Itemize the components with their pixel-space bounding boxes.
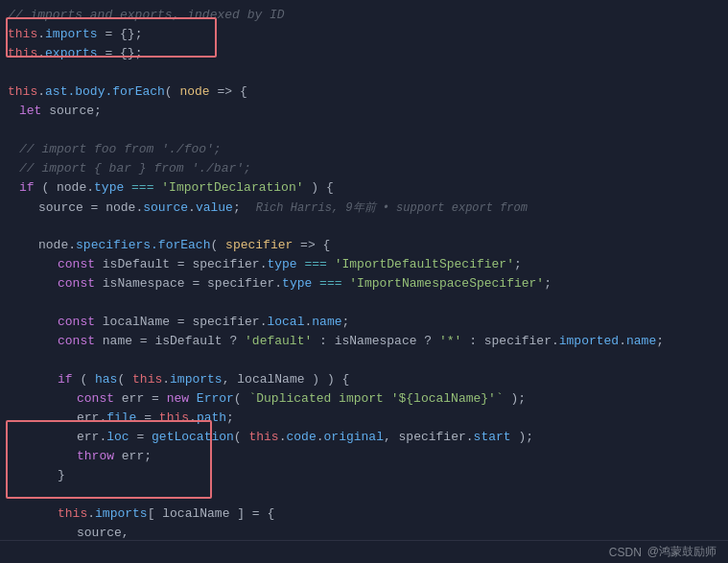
- code-line: [0, 353, 728, 372]
- code-line: [0, 487, 728, 506]
- code-line: [0, 295, 728, 315]
- author-label: @鸿蒙鼓励师: [647, 544, 716, 560]
- csdn-label: CSDN: [609, 546, 642, 559]
- code-line: [0, 65, 728, 84]
- code-line: // import { bar } from './bar';: [0, 161, 728, 180]
- code-line: }: [0, 468, 728, 487]
- code-line: // imports and exports, indexed by ID: [0, 8, 728, 27]
- code-line: source = node.source.value;Rich Harris, …: [0, 199, 728, 219]
- code-line: throw err;: [0, 449, 728, 468]
- code-line: if ( has( this.imports, localName ) ) {: [0, 372, 728, 391]
- code-line: err.loc = getLocation( this.code.origina…: [0, 430, 728, 449]
- code-line: const err = new Error( `Duplicated impor…: [0, 391, 728, 411]
- bottom-bar: CSDN @鸿蒙鼓励师: [0, 540, 728, 563]
- code-line: this.exports = {};: [0, 46, 728, 65]
- code-line: const localName = specifier.local.name;: [0, 315, 728, 334]
- code-line: if ( node.type === 'ImportDeclaration' )…: [0, 180, 728, 199]
- code-line: const name = isDefault ? 'default' : isN…: [0, 334, 728, 353]
- code-line: [0, 123, 728, 142]
- code-editor: // imports and exports, indexed by ID th…: [0, 0, 728, 563]
- code-line: const isNamespace = specifier.type === '…: [0, 276, 728, 295]
- code-line: node.specifiers.forEach( specifier => {: [0, 238, 728, 257]
- code-line: this.imports[ localName ] = {: [0, 506, 728, 526]
- code-line: // import foo from './foo';: [0, 142, 728, 161]
- code-line: this.imports = {};: [0, 27, 728, 46]
- code-line: let source;: [0, 104, 728, 123]
- code-line: [0, 219, 728, 238]
- code-line: err.file = this.path;: [0, 411, 728, 430]
- code-line: this.ast.body.forEach( node => {: [0, 84, 728, 104]
- code-line: const isDefault = specifier.type === 'Im…: [0, 257, 728, 276]
